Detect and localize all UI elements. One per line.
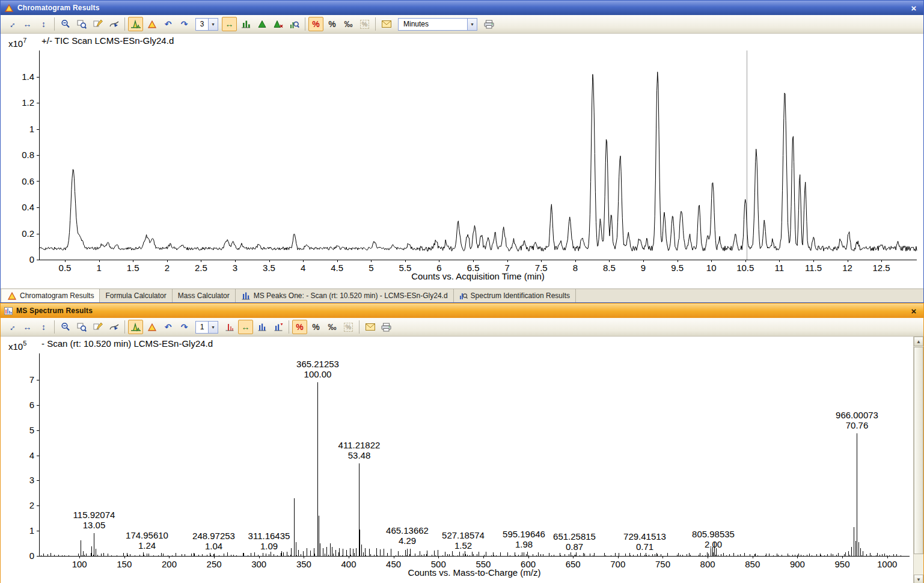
spectrum-id-icon — [459, 292, 468, 300]
close-spectrum-button[interactable]: × — [908, 305, 920, 316]
ms-peak-rel-label: 100.00 — [304, 369, 332, 379]
autoscale-x-button[interactable]: ↔ — [222, 17, 237, 31]
svg-text:0.5: 0.5 — [59, 263, 72, 273]
svg-text:150: 150 — [117, 559, 132, 569]
resize-vertical-button[interactable]: ↕ — [36, 17, 51, 31]
svg-text:3.5: 3.5 — [263, 263, 275, 273]
tic-chart[interactable]: 0.511.522.533.544.555.566.577.588.599.51… — [1, 34, 923, 288]
svg-text:2: 2 — [165, 263, 170, 273]
fill-peaks-button[interactable] — [254, 17, 269, 31]
ms-spectrum-icon — [4, 307, 13, 315]
tab-label: Mass Calculator — [178, 292, 230, 299]
manual-scale-button[interactable] — [90, 17, 105, 31]
percent-button[interactable]: % — [325, 17, 340, 31]
dropdown-arrow-icon[interactable]: ▼ — [208, 19, 218, 30]
label-percent-button[interactable]: % — [308, 17, 323, 31]
tab-mass-calculator[interactable]: Mass Calculator — [173, 289, 236, 302]
stick-spectrum-icon — [225, 323, 234, 331]
extract-chromatogram-button[interactable] — [128, 17, 143, 31]
autoscale-x-icon: ↔ — [242, 323, 250, 331]
zoom-window-icon — [77, 322, 87, 332]
svg-text:2: 2 — [29, 500, 34, 510]
resize-diagonal-button[interactable]: ↔ — [4, 17, 19, 31]
scrollbar-thumb[interactable] — [914, 347, 923, 554]
dropdown-arrow-icon[interactable]: ▼ — [208, 322, 218, 333]
ms-minor-peaks — [81, 498, 885, 556]
chromatogram-level-spinner[interactable]: 3▼ — [195, 18, 218, 31]
label-options-button[interactable]: % — [341, 320, 356, 334]
tab-spectrum-identification-results[interactable]: Spectrum Identification Results — [454, 289, 576, 302]
integrate-peaks-button[interactable] — [144, 17, 159, 31]
resize-diagonal-button[interactable]: ↔ — [4, 320, 19, 334]
dropdown-arrow-icon[interactable]: ▼ — [467, 19, 477, 30]
select-range-button[interactable] — [106, 17, 121, 31]
select-range-button[interactable] — [106, 320, 121, 334]
export-button[interactable] — [363, 320, 378, 334]
permille-button[interactable]: ‰ — [325, 320, 340, 334]
redo-button[interactable]: ↷ — [177, 17, 192, 31]
green-peak-x-icon — [273, 20, 283, 28]
close-chromatogram-button[interactable]: × — [908, 2, 920, 13]
resize-vertical-icon: ↕ — [41, 323, 46, 331]
x-axis-units-dropdown[interactable]: Minutes▼ — [398, 18, 477, 31]
svg-text:5: 5 — [369, 263, 373, 273]
profile-display-button[interactable] — [254, 320, 269, 334]
print-button[interactable] — [379, 320, 394, 334]
svg-text:1.5: 1.5 — [127, 263, 139, 273]
peak-orange-icon — [147, 323, 157, 332]
extract-spectrum-button[interactable] — [128, 320, 143, 334]
undo-button[interactable]: ↶ — [161, 17, 176, 31]
scroll-up-button[interactable]: ▲ — [914, 337, 923, 346]
tab-chromatogram-results[interactable]: Chromatogram Results — [2, 289, 100, 302]
percent-button[interactable]: % — [308, 320, 323, 334]
resize-vertical-button[interactable]: ↕ — [36, 320, 51, 334]
label-options-button[interactable]: % — [357, 17, 372, 31]
envelope-icon — [382, 20, 391, 28]
zoom-out-button[interactable] — [58, 17, 73, 31]
chart-magnifier-icon — [290, 20, 299, 29]
spectrum-level-spinner[interactable]: 1▼ — [195, 321, 218, 334]
dropdown-value: Minutes — [399, 19, 467, 30]
zoom-window-button[interactable] — [74, 320, 89, 334]
chromatogram-titlebar[interactable]: Chromatogram Results × — [1, 1, 923, 15]
svg-text:12.5: 12.5 — [872, 263, 890, 273]
zoom-window-button[interactable] — [74, 17, 89, 31]
svg-text:3: 3 — [233, 263, 237, 273]
autoscale-y-button[interactable] — [238, 17, 253, 31]
svg-text:400: 400 — [341, 559, 356, 569]
percent-dim-icon: % — [360, 20, 370, 29]
toolbar-separator — [54, 320, 55, 334]
toolbar-separator — [359, 320, 360, 334]
resize-horizontal-button[interactable]: ↔ — [20, 320, 35, 334]
label-percent-button[interactable]: % — [292, 320, 307, 334]
percent-red-icon: % — [296, 323, 303, 331]
spectrum-scrollbar[interactable]: ▲ ▼ — [913, 337, 923, 583]
print-button[interactable] — [482, 17, 497, 31]
centroid-display-button[interactable] — [271, 320, 286, 334]
undo-button[interactable]: ↶ — [161, 320, 176, 334]
export-button[interactable] — [379, 17, 394, 31]
autoscale-x-icon: ↔ — [225, 20, 234, 28]
redo-button[interactable]: ↷ — [177, 320, 192, 334]
integrate-peaks-button[interactable] — [144, 320, 159, 334]
tab-formula-calculator[interactable]: Formula Calculator — [100, 289, 172, 302]
spectrum-titlebar[interactable]: MS Spectrum Results × — [1, 304, 923, 318]
ms-spectrum-chart[interactable]: 1001502002503003504004505005506006507007… — [1, 337, 913, 583]
resize-horizontal-button[interactable]: ↔ — [20, 17, 35, 31]
svg-text:800: 800 — [700, 559, 715, 569]
svg-text:10: 10 — [706, 263, 717, 273]
delta-peaks-button[interactable] — [271, 17, 286, 31]
scroll-down-button[interactable]: ▼ — [914, 575, 923, 583]
svg-text:0.2: 0.2 — [22, 228, 34, 239]
svg-text:100: 100 — [72, 559, 87, 569]
svg-text:1.4: 1.4 — [22, 72, 34, 82]
autoscale-x-button[interactable]: ↔ — [238, 320, 253, 334]
zoom-out-button[interactable] — [58, 320, 73, 334]
permille-button[interactable]: ‰ — [341, 17, 356, 31]
svg-text:850: 850 — [745, 559, 760, 569]
manual-scale-button[interactable] — [90, 320, 105, 334]
stick-display-button[interactable] — [222, 320, 237, 334]
tab-ms-peaks-one[interactable]: MS Peaks One: - Scan (rt: 10.520 min) - … — [236, 289, 454, 302]
undo-icon: ↶ — [165, 323, 172, 331]
zoom-to-peak-button[interactable] — [287, 17, 302, 31]
